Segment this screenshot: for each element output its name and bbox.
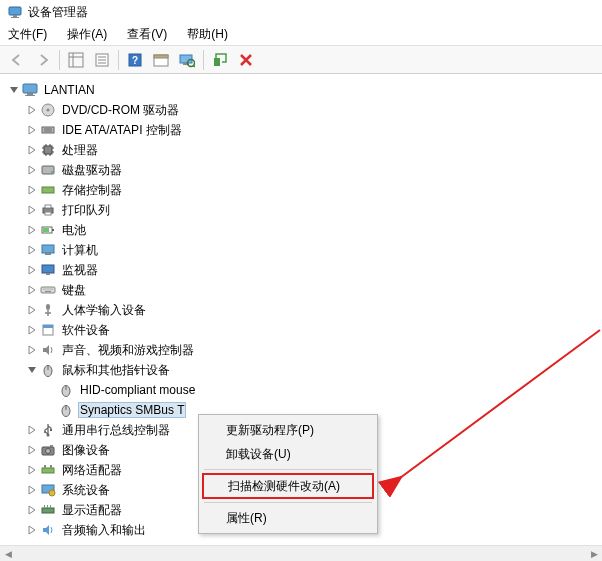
- ctx-properties[interactable]: 属性(R): [202, 506, 374, 530]
- tree-category[interactable]: DVD/CD-ROM 驱动器: [8, 100, 602, 120]
- tree-category[interactable]: 鼠标和其他指针设备: [8, 360, 602, 380]
- tree-item-label: 系统设备: [60, 481, 112, 500]
- horizontal-scrollbar[interactable]: ◀ ▶: [0, 545, 602, 561]
- expander-icon[interactable]: [26, 224, 38, 236]
- expander-icon[interactable]: [26, 284, 38, 296]
- tree-category[interactable]: 监视器: [8, 260, 602, 280]
- device-category-icon: [40, 102, 56, 118]
- svg-rect-18: [214, 58, 220, 66]
- tree-item-label: 声音、视频和游戏控制器: [60, 341, 196, 360]
- tree-item-label: 电池: [60, 221, 88, 240]
- tree-item-label: 图像设备: [60, 441, 112, 460]
- help-button[interactable]: ?: [122, 47, 148, 73]
- expander-icon[interactable]: [26, 524, 38, 536]
- tree-category[interactable]: 键盘: [8, 280, 602, 300]
- device-category-icon: [40, 162, 56, 178]
- tree-item-label: DVD/CD-ROM 驱动器: [60, 101, 181, 120]
- scroll-right-button[interactable]: ▶: [586, 546, 602, 561]
- svg-point-75: [49, 490, 55, 496]
- enable-device-button[interactable]: [207, 47, 233, 73]
- device-category-icon: [40, 302, 56, 318]
- expander-icon[interactable]: [26, 144, 38, 156]
- tree-category[interactable]: 声音、视频和游戏控制器: [8, 340, 602, 360]
- menu-action[interactable]: 操作(A): [63, 24, 111, 45]
- nav-forward-button[interactable]: [30, 47, 56, 73]
- tree-item-label: 计算机: [60, 241, 100, 260]
- computer-icon: [22, 82, 38, 98]
- svg-point-53: [49, 288, 50, 289]
- ctx-scan-hardware[interactable]: 扫描检测硬件改动(A): [204, 475, 372, 497]
- context-menu: 更新驱动程序(P) 卸载设备(U) 扫描检测硬件改动(A) 属性(R): [198, 414, 378, 534]
- toolbar-separator: [59, 50, 60, 70]
- expander-icon[interactable]: [26, 504, 38, 516]
- svg-rect-79: [50, 505, 51, 508]
- expander-icon[interactable]: [26, 444, 38, 456]
- device-category-icon: [40, 222, 56, 238]
- ctx-update-driver[interactable]: 更新驱动程序(P): [202, 418, 374, 442]
- uninstall-device-button[interactable]: [233, 47, 259, 73]
- expander-icon[interactable]: [26, 244, 38, 256]
- app-icon: [8, 5, 22, 19]
- ctx-uninstall[interactable]: 卸载设备(U): [202, 442, 374, 466]
- svg-point-50: [43, 288, 44, 289]
- toolbar-separator: [203, 50, 204, 70]
- tree-category[interactable]: 电池: [8, 220, 602, 240]
- expander-icon[interactable]: [26, 124, 38, 136]
- nav-back-button[interactable]: [4, 47, 30, 73]
- expander-icon[interactable]: [26, 424, 38, 436]
- expander-icon[interactable]: [26, 484, 38, 496]
- svg-rect-45: [42, 245, 54, 253]
- svg-rect-43: [52, 229, 54, 231]
- svg-rect-55: [45, 291, 51, 292]
- expander-icon[interactable]: [26, 204, 38, 216]
- tree-category[interactable]: 计算机: [8, 240, 602, 260]
- menu-file[interactable]: 文件(F): [4, 24, 51, 45]
- tree-root[interactable]: LANTIAN: [8, 80, 602, 100]
- expander-icon[interactable]: [26, 104, 38, 116]
- expander-icon[interactable]: [26, 344, 38, 356]
- tree-category[interactable]: 软件设备: [8, 320, 602, 340]
- expander-icon[interactable]: [26, 264, 38, 276]
- svg-rect-27: [44, 146, 52, 154]
- svg-rect-38: [42, 187, 54, 193]
- expander-icon[interactable]: [26, 164, 38, 176]
- action-button[interactable]: [148, 47, 174, 73]
- title-bar: 设备管理器: [0, 0, 602, 24]
- expander-icon[interactable]: [26, 364, 38, 376]
- tree-category[interactable]: 人体学输入设备: [8, 300, 602, 320]
- svg-point-65: [47, 434, 50, 437]
- toolbar-separator: [118, 50, 119, 70]
- ctx-separator: [204, 502, 372, 503]
- properties-button[interactable]: [89, 47, 115, 73]
- tree-device[interactable]: HID-compliant mouse: [8, 380, 602, 400]
- expander-icon[interactable]: [26, 304, 38, 316]
- expander-icon[interactable]: [8, 84, 20, 96]
- expander-icon[interactable]: [26, 464, 38, 476]
- device-category-icon: [40, 422, 56, 438]
- tree-category[interactable]: 打印队列: [8, 200, 602, 220]
- tree-item-label: 音频输入和输出: [60, 521, 148, 540]
- menu-view[interactable]: 查看(V): [123, 24, 171, 45]
- svg-rect-73: [50, 465, 52, 468]
- device-category-icon: [40, 182, 56, 198]
- scroll-track[interactable]: [16, 546, 586, 561]
- tree-item-label: 通用串行总线控制器: [60, 421, 172, 440]
- svg-rect-46: [45, 253, 51, 255]
- scan-hardware-button[interactable]: [174, 47, 200, 73]
- menu-help[interactable]: 帮助(H): [183, 24, 232, 45]
- svg-point-54: [51, 288, 52, 289]
- svg-rect-72: [44, 465, 46, 468]
- expander-icon[interactable]: [26, 184, 38, 196]
- tree-category[interactable]: 磁盘驱动器: [8, 160, 602, 180]
- tree-item-label: 存储控制器: [60, 181, 124, 200]
- tree-category[interactable]: 存储控制器: [8, 180, 602, 200]
- show-hide-tree-button[interactable]: [63, 47, 89, 73]
- svg-rect-48: [46, 273, 50, 275]
- svg-text:?: ?: [132, 55, 138, 66]
- svg-rect-2: [11, 17, 19, 18]
- svg-rect-41: [45, 212, 51, 215]
- scroll-left-button[interactable]: ◀: [0, 546, 16, 561]
- expander-icon[interactable]: [26, 324, 38, 336]
- tree-category[interactable]: IDE ATA/ATAPI 控制器: [8, 120, 602, 140]
- tree-category[interactable]: 处理器: [8, 140, 602, 160]
